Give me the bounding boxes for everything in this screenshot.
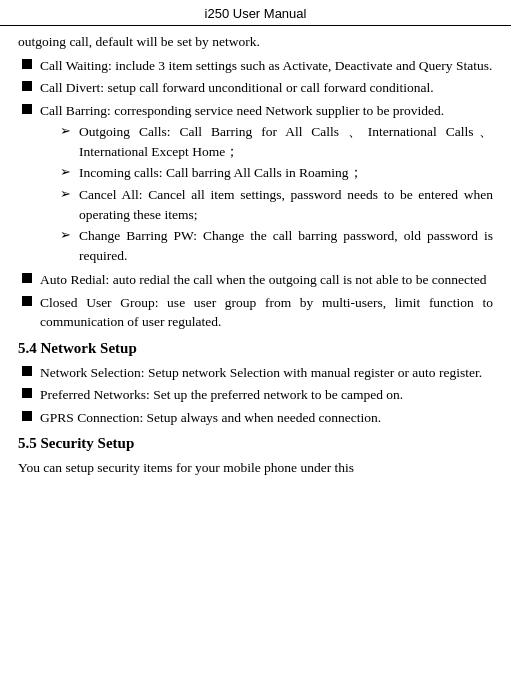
sub-change-barring: ➢ Change Barring PW: Change the call bar…	[40, 226, 493, 265]
sub-change-barring-text: Change Barring PW: Change the call barri…	[79, 226, 493, 265]
sub-cancel-all: ➢ Cancel All: Cancel all item settings, …	[40, 185, 493, 224]
section-54-title: Network Setup	[41, 340, 137, 356]
sub-outgoing-calls-text: Outgoing Calls: Call Barring for All Cal…	[79, 122, 493, 161]
bullet-auto-redial-text: Auto Redial: auto redial the call when t…	[40, 270, 493, 290]
page-container: i250 User Manual outgoing call, default …	[0, 0, 511, 700]
bullet-gprs-connection-text: GPRS Connection: Setup always and when n…	[40, 408, 493, 428]
main-bullet-list: Call Waiting: include 3 item settings su…	[18, 56, 493, 332]
arrow-icon: ➢	[60, 185, 71, 204]
bullet-call-barring-content: Call Barring: corresponding service need…	[40, 101, 493, 268]
bullet-square-icon	[22, 81, 32, 91]
header-title: i250 User Manual	[205, 6, 307, 21]
bullet-gprs-connection: GPRS Connection: Setup always and when n…	[18, 408, 493, 428]
bullet-closed-user-group-text: Closed User Group: use user group from b…	[40, 293, 493, 332]
bullet-square-icon	[22, 388, 32, 398]
bullet-square-icon	[22, 411, 32, 421]
section-54-bullet-list: Network Selection: Setup network Selecti…	[18, 363, 493, 428]
bullet-auto-redial: Auto Redial: auto redial the call when t…	[18, 270, 493, 290]
bullet-network-selection-text: Network Selection: Setup network Selecti…	[40, 363, 493, 383]
bullet-preferred-networks: Preferred Networks: Set up the preferred…	[18, 385, 493, 405]
bullet-network-selection: Network Selection: Setup network Selecti…	[18, 363, 493, 383]
sub-incoming-calls: ➢ Incoming calls: Call barring All Calls…	[40, 163, 493, 183]
sub-incoming-calls-text: Incoming calls: Call barring All Calls i…	[79, 163, 493, 183]
section-55-number: 5.5	[18, 435, 41, 451]
sub-bullet-list: ➢ Outgoing Calls: Call Barring for All C…	[40, 122, 493, 265]
bullet-call-divert: Call Divert: setup call forward uncondit…	[18, 78, 493, 98]
sub-outgoing-calls: ➢ Outgoing Calls: Call Barring for All C…	[40, 122, 493, 161]
section-55-last-line: You can setup security items for your mo…	[18, 458, 493, 478]
intro-line: outgoing call, default will be set by ne…	[18, 32, 493, 52]
bullet-call-divert-text: Call Divert: setup call forward uncondit…	[40, 78, 493, 98]
bullet-closed-user-group: Closed User Group: use user group from b…	[18, 293, 493, 332]
page-content: outgoing call, default will be set by ne…	[0, 26, 511, 700]
section-54-heading: 5.4 Network Setup	[18, 338, 493, 360]
arrow-icon: ➢	[60, 226, 71, 245]
bullet-square-icon	[22, 366, 32, 376]
bullet-call-barring-text: Call Barring: corresponding service need…	[40, 103, 444, 118]
section-54-number: 5.4	[18, 340, 41, 356]
arrow-icon: ➢	[60, 122, 71, 141]
section-55-title: Security Setup	[41, 435, 135, 451]
bullet-square-icon	[22, 296, 32, 306]
bullet-call-waiting-text: Call Waiting: include 3 item settings su…	[40, 56, 493, 76]
bullet-call-barring: Call Barring: corresponding service need…	[18, 101, 493, 268]
bullet-square-icon	[22, 104, 32, 114]
arrow-icon: ➢	[60, 163, 71, 182]
bullet-square-icon	[22, 59, 32, 69]
bullet-call-waiting: Call Waiting: include 3 item settings su…	[18, 56, 493, 76]
bullet-preferred-networks-text: Preferred Networks: Set up the preferred…	[40, 385, 493, 405]
bullet-square-icon	[22, 273, 32, 283]
sub-cancel-all-text: Cancel All: Cancel all item settings, pa…	[79, 185, 493, 224]
page-header: i250 User Manual	[0, 0, 511, 26]
section-55-heading: 5.5 Security Setup	[18, 433, 493, 455]
